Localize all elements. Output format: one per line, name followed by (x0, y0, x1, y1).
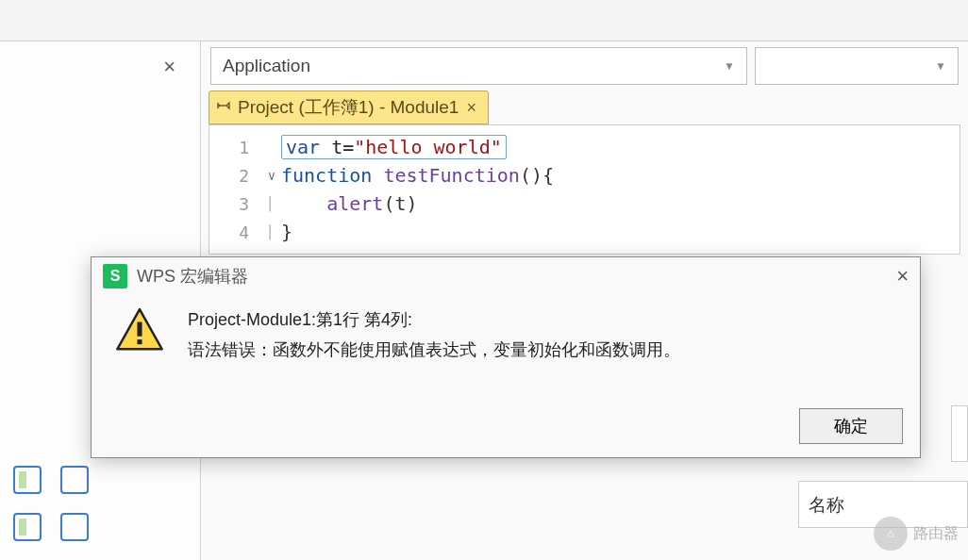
warning-icon (114, 305, 165, 366)
tab-module1[interactable]: Project (工作簿1) - Module1 × (209, 91, 489, 124)
procedure-dropdown[interactable]: ▼ (755, 47, 959, 85)
panel-icon-1[interactable] (13, 466, 42, 494)
line-number: 1 (209, 138, 262, 157)
object-dropdown[interactable]: Application ▼ (210, 47, 747, 85)
line-number: 2 (209, 166, 262, 186)
close-icon[interactable]: × (464, 98, 478, 118)
error-dialog: S WPS 宏编辑器 × Project-Module1:第1行 第4列: 语法… (91, 256, 921, 458)
code-line: 3 │ alert(t) (209, 189, 960, 218)
right-panel-fragment (951, 405, 968, 462)
dialog-title: WPS 宏编辑器 (137, 265, 248, 288)
pin-icon (217, 97, 232, 118)
code-line: 1 var t="hello world" (209, 133, 960, 161)
chevron-down-icon: ▼ (724, 59, 735, 73)
code-editor[interactable]: 1 var t="hello world" 2 ∨ function testF… (209, 124, 960, 255)
ok-button[interactable]: 确定 (799, 408, 903, 444)
fold-icon[interactable]: ∨ (262, 168, 281, 183)
close-icon[interactable]: × (896, 264, 909, 288)
app-icon: S (103, 264, 127, 288)
panel-icon-3[interactable] (13, 513, 42, 541)
line-number: 3 (209, 194, 262, 214)
bottom-icon-group (13, 466, 89, 541)
property-label: 名称 (809, 495, 844, 515)
code-line: 4 │ } (209, 218, 960, 246)
chevron-down-icon: ▼ (935, 59, 946, 73)
dialog-message: Project-Module1:第1行 第4列: 语法错误：函数外不能使用赋值表… (188, 305, 680, 366)
dropdown-label: Application (223, 56, 310, 76)
code-line: 2 ∨ function testFunction(){ (209, 161, 960, 189)
svg-rect-1 (137, 322, 142, 337)
svg-rect-2 (137, 339, 142, 344)
close-icon[interactable]: × (163, 55, 175, 79)
panel-icon-4[interactable] (60, 513, 89, 541)
line-number: 4 (209, 222, 262, 242)
watermark: ⌂ 路由器 (874, 517, 959, 551)
panel-icon-2[interactable] (60, 466, 89, 494)
top-toolbar (0, 0, 968, 41)
tab-label: Project (工作簿1) - Module1 (238, 95, 459, 120)
watermark-icon: ⌂ (874, 517, 908, 551)
